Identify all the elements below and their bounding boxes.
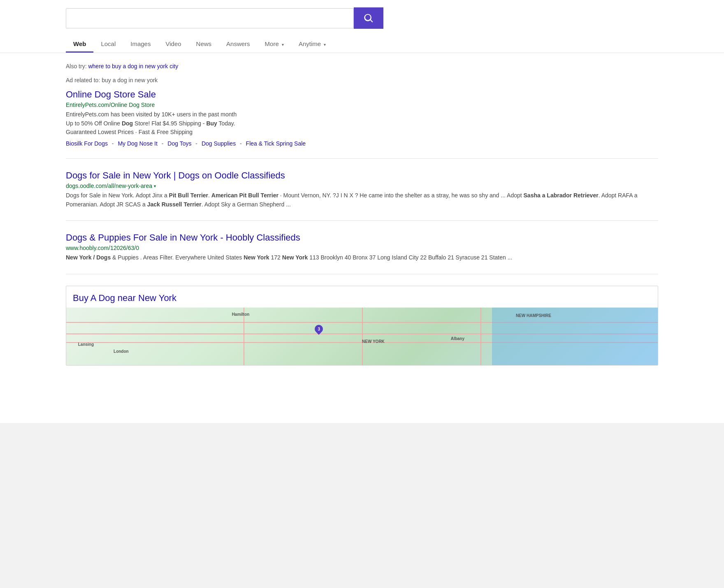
map-label-albany: Albany [451,336,464,341]
map-road-v3 [480,308,481,365]
map-box: Buy A Dog near New York Lansing London H… [66,286,658,366]
result-title-2[interactable]: Dogs & Puppies For Sale in New York - Ho… [66,232,658,243]
tab-video[interactable]: Video [158,36,188,53]
ad-result-desc: EntirelyPets.com has been visited by 10K… [66,110,658,137]
ad-result-title[interactable]: Online Dog Store Sale [66,89,658,100]
nav-tabs: Web Local Images Video News Answers More… [0,36,724,53]
result-block-2: Dogs & Puppies For Sale in New York - Ho… [66,232,658,274]
map-label-hamilton: Hamilton [232,312,250,317]
map-pin: 3 [313,323,325,335]
map-pin-number: 3 [318,327,320,331]
tab-web[interactable]: Web [66,36,93,53]
ad-sitelinks: Biosilk For Dogs - My Dog Nose It - Dog … [66,140,658,147]
ad-sitelink-5[interactable]: Flea & Tick Spring Sale [246,140,306,147]
result-url-1: dogs.oodle.com/all/new-york-area ▾ [66,183,658,189]
tab-answers[interactable]: Answers [219,36,258,53]
ad-sitelink-2[interactable]: My Dog Nose It [118,140,157,147]
map-label-lansing: Lansing [78,342,94,347]
ad-sitelink-4[interactable]: Dog Supplies [202,140,236,147]
search-icon [363,12,374,24]
also-try: Also try: where to buy a dog in new york… [66,63,658,69]
result-url-2: www.hoobly.com/12026/63/0 [66,245,658,251]
tab-more[interactable]: More ▾ [258,36,291,53]
main-content: Also try: where to buy a dog in new york… [0,53,724,423]
map-label-london: London [114,349,129,354]
also-try-link[interactable]: where to buy a dog in new york city [88,63,178,69]
result-title-1[interactable]: Dogs for Sale in New York | Dogs on Oodl… [66,170,658,181]
tab-news[interactable]: News [189,36,219,53]
chevron-down-icon: ▾ [324,42,326,47]
header: buy a dog in new york Web Local Images V… [0,0,724,53]
map-label-newyork: NEW YORK [362,339,385,344]
tab-local[interactable]: Local [93,36,123,53]
result-desc-2: New York / Dogs & Puppies . Areas Filter… [66,253,658,262]
search-input[interactable]: buy a dog in new york [66,9,353,28]
ad-sitelink-1[interactable]: Biosilk For Dogs [66,140,108,147]
search-input-wrapper: buy a dog in new york [66,8,354,28]
map-placeholder: Lansing London Hamilton NEW YORK Albany … [66,308,658,365]
chevron-down-icon: ▾ [282,42,284,47]
map-label-newhampshire: NEW HAMPSHIRE [516,313,551,318]
result-desc-1: Dogs for Sale in New York. Adopt Jinx a … [66,191,658,209]
tab-images[interactable]: Images [123,36,158,53]
search-button[interactable] [354,7,383,29]
ad-label: Ad related to: buy a dog in new york [66,77,658,83]
ad-result-block: Online Dog Store Sale EntirelyPets.com/O… [66,89,658,159]
search-bar-row: buy a dog in new york [0,7,724,36]
tab-anytime[interactable]: Anytime ▾ [291,36,333,53]
ad-result-url: EntirelyPets.com/Online Dog Store [66,102,658,108]
also-try-prefix: Also try: [66,63,88,69]
ad-sitelink-3[interactable]: Dog Toys [167,140,191,147]
map-box-title[interactable]: Buy A Dog near New York [66,286,658,308]
map-road-v2 [362,308,363,365]
chevron-down-icon: ▾ [154,184,156,188]
result-block-1: Dogs for Sale in New York | Dogs on Oodl… [66,170,658,221]
